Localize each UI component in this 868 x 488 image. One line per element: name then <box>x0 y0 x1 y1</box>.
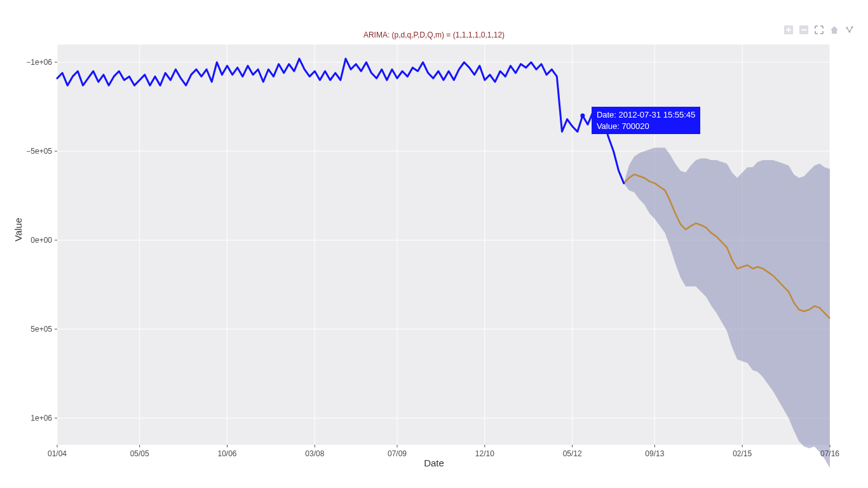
export-icon[interactable] <box>844 24 855 36</box>
zoom-out-icon[interactable] <box>798 24 810 36</box>
svg-rect-4 <box>801 29 806 30</box>
y-ticks: 1e+065e+050e+00−5e+05−1e+06 <box>26 58 57 423</box>
x-ticks: 01/0405/0510/0603/0807/0912/1005/1209/13… <box>48 445 839 458</box>
svg-text:05/12: 05/12 <box>563 449 582 458</box>
chart-container: ARIMA: (p,d,q,P,D,Q,m) = (1,1,1,1,0,1,12… <box>0 0 868 488</box>
hover-date: Date: 2012-07-31 15:55:45 <box>597 110 695 119</box>
x-axis-label: Date <box>0 458 868 468</box>
modebar <box>783 24 855 36</box>
svg-text:09/13: 09/13 <box>645 449 664 458</box>
svg-text:12/10: 12/10 <box>475 449 494 458</box>
hover-marker <box>580 113 585 118</box>
autoscale-icon[interactable] <box>813 24 825 36</box>
home-icon[interactable] <box>829 24 840 36</box>
svg-point-53 <box>580 113 585 118</box>
svg-text:07/09: 07/09 <box>388 449 407 458</box>
svg-text:07/16: 07/16 <box>820 449 839 458</box>
chart-title: ARIMA: (p,d,q,P,D,Q,m) = (1,1,1,1,0,1,12… <box>0 30 868 39</box>
svg-text:−1e+06: −1e+06 <box>26 58 52 67</box>
hover-value: Value: 700020 <box>597 121 649 131</box>
zoom-in-icon[interactable] <box>783 24 794 36</box>
plot-svg: 1e+065e+050e+00−5e+05−1e+06 01/0405/0510… <box>57 44 830 445</box>
svg-text:05/05: 05/05 <box>130 449 149 458</box>
svg-text:02/15: 02/15 <box>733 449 752 458</box>
svg-text:01/04: 01/04 <box>48 449 67 458</box>
svg-text:10/06: 10/06 <box>218 449 237 458</box>
svg-text:1e+06: 1e+06 <box>31 414 52 423</box>
hover-tooltip: Date: 2012-07-31 15:55:45 Value: 700020 <box>592 107 700 134</box>
svg-text:5e+05: 5e+05 <box>31 325 52 334</box>
svg-text:03/08: 03/08 <box>305 449 324 458</box>
svg-rect-2 <box>786 29 791 30</box>
y-axis-label: Value <box>13 218 24 241</box>
actual-line <box>57 58 624 183</box>
svg-text:0e+00: 0e+00 <box>31 236 52 245</box>
svg-text:−5e+05: −5e+05 <box>26 147 52 156</box>
